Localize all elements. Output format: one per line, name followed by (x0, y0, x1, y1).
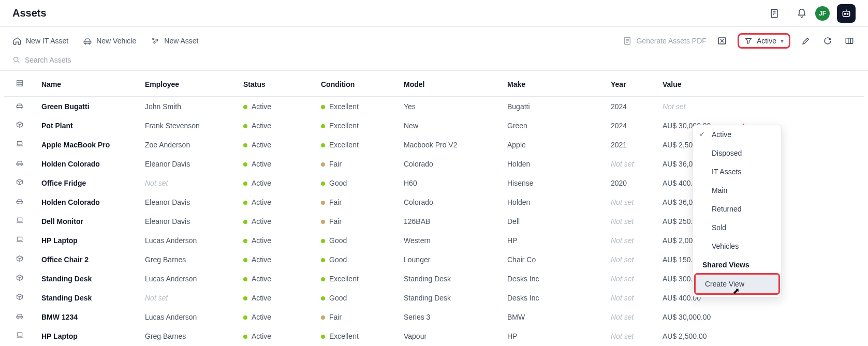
cell-make: Holden (507, 160, 530, 168)
condition-dot-icon (321, 162, 325, 167)
condition-dot-icon (321, 277, 325, 281)
cell-model: Colorado (404, 198, 433, 206)
filter-option[interactable]: Sold (693, 218, 781, 237)
cell-name: Apple MacBook Pro (41, 141, 110, 149)
table-row[interactable]: Green Bugatti John Smith Active Excellen… (4, 97, 864, 116)
cell-model: Standing Desk (404, 294, 451, 302)
svg-point-28 (18, 318, 19, 319)
col-name[interactable]: Name (35, 71, 139, 97)
table-row[interactable]: BMW 1234 Lucas Anderson Active Fair Seri… (4, 307, 864, 326)
cell-status: Active (252, 255, 271, 264)
assistant-icon[interactable] (837, 4, 856, 23)
new-it-asset-button[interactable]: New IT Asset (12, 36, 68, 46)
col-year[interactable]: Year (605, 71, 656, 97)
svg-point-23 (18, 203, 19, 204)
cell-value: Not set (663, 102, 685, 111)
row-type-icon (16, 235, 24, 244)
col-employee[interactable]: Employee (139, 71, 237, 97)
condition-dot-icon (321, 239, 325, 243)
avatar[interactable]: JF (815, 6, 830, 21)
svg-point-8 (156, 39, 158, 41)
org-icon[interactable] (768, 7, 781, 20)
row-type-icon (16, 178, 24, 186)
status-dot-icon (243, 182, 247, 186)
header-actions: JF (768, 4, 856, 23)
edit-icon[interactable] (800, 35, 812, 47)
cell-make: HP (507, 236, 517, 245)
filter-option[interactable]: Vehicles (693, 237, 781, 255)
col-value[interactable]: Value (656, 71, 864, 97)
cell-employee: Eleanor Davis (145, 198, 190, 206)
cell-year: Not set (611, 275, 634, 283)
cell-condition: Excellent (329, 141, 359, 149)
cell-condition: Good (329, 294, 347, 302)
col-make[interactable]: Make (501, 71, 605, 97)
row-type-icon (16, 121, 24, 129)
columns-icon[interactable] (843, 35, 856, 47)
filter-option[interactable]: Returned (693, 200, 781, 218)
filter-shared-views-header: Shared Views (693, 255, 781, 272)
condition-dot-icon (321, 182, 325, 186)
page-header: Assets JF (0, 0, 868, 27)
cell-year: Not set (611, 255, 634, 264)
cell-name: Holden Colorado (41, 198, 100, 206)
create-view-button[interactable]: Create View⬉ (694, 273, 780, 295)
table-container: Name Employee Status Condition Model Mak… (0, 71, 868, 346)
search-input[interactable] (25, 56, 180, 64)
cell-year: Not set (611, 313, 634, 321)
svg-point-17 (21, 107, 22, 108)
svg-rect-30 (17, 333, 22, 336)
condition-dot-icon (321, 143, 325, 147)
new-asset-button[interactable]: New Asset (151, 36, 198, 46)
divider (788, 7, 788, 20)
filter-option[interactable]: Disposed (693, 144, 781, 162)
cell-condition: Good (329, 236, 347, 245)
cell-make: Desks Inc (507, 275, 539, 283)
cell-year: Not set (611, 217, 634, 225)
cell-employee: Eleanor Davis (145, 217, 190, 225)
cell-condition: Excellent (329, 275, 359, 283)
cell-name: Standing Desk (41, 275, 92, 283)
condition-dot-icon (321, 258, 325, 262)
refresh-icon[interactable] (821, 35, 834, 47)
cell-make: HP (507, 332, 517, 340)
col-model[interactable]: Model (398, 71, 501, 97)
generate-pdf-button[interactable]: Generate Assets PDF (623, 36, 706, 46)
cell-name: Office Chair 2 (41, 255, 89, 264)
cell-year: 2021 (611, 141, 627, 149)
cell-make: Desks Inc (507, 294, 539, 302)
filter-option[interactable]: Active (693, 125, 781, 144)
cell-name: Dell Monitor (41, 217, 83, 225)
export-excel-icon[interactable] (716, 35, 728, 47)
cell-status: Active (252, 160, 271, 168)
condition-dot-icon (321, 105, 325, 109)
cell-status: Active (252, 332, 271, 340)
cell-model: Western (404, 236, 431, 245)
svg-point-9 (154, 42, 155, 43)
cell-name: Office Fridge (41, 179, 86, 187)
col-type-icon[interactable] (4, 71, 35, 97)
cell-name: HP Laptop (41, 332, 78, 340)
cell-make: Green (507, 122, 527, 130)
col-condition[interactable]: Condition (315, 71, 398, 97)
row-type-icon (16, 216, 24, 224)
cell-status: Active (252, 102, 271, 111)
row-type-icon (16, 254, 24, 263)
table-row[interactable]: HP Laptop Greg Barnes Active Excellent V… (4, 326, 864, 345)
cell-value: AU$ 2,500.00 (663, 332, 707, 340)
status-dot-icon (243, 143, 247, 147)
new-vehicle-button[interactable]: New Vehicle (83, 36, 136, 46)
bell-icon[interactable] (796, 7, 808, 20)
cell-condition: Good (329, 179, 347, 187)
cell-make: Hisense (507, 179, 534, 187)
filter-dropdown-button[interactable]: Active ▾ (738, 33, 790, 49)
col-status[interactable]: Status (237, 71, 315, 97)
filter-option[interactable]: Main (693, 181, 781, 200)
cell-year: Not set (611, 294, 634, 302)
svg-rect-18 (17, 141, 22, 145)
filter-option[interactable]: IT Assets (693, 162, 781, 181)
cell-make: Apple (507, 141, 526, 149)
table-header-row: Name Employee Status Condition Model Mak… (4, 71, 864, 97)
cell-condition: Good (329, 255, 347, 264)
row-type-icon (16, 312, 24, 320)
